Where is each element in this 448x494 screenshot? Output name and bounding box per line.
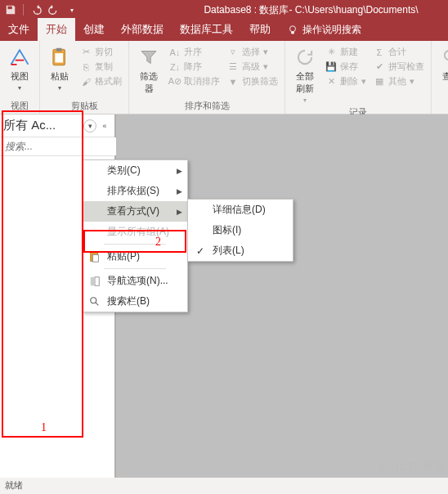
chevron-down-icon: ▾ [18, 84, 21, 92]
context-menu: 类别(C)▶ 排序依据(S)▶ 查看方式(V)▶ 显示所有组(A) 粘贴(P) … [82, 159, 188, 312]
ctx-searchbar[interactable]: 搜索栏(B) [83, 291, 187, 312]
view-icon [8, 46, 31, 69]
nav-dropdown-icon[interactable]: ▾ [83, 119, 96, 132]
quick-access-toolbar: ▾ [3, 2, 79, 17]
new-icon: ✳ [325, 47, 337, 58]
tab-help[interactable]: 帮助 [241, 18, 279, 41]
ctx-navoptions[interactable]: 导航选项(N)... [83, 271, 187, 291]
svg-rect-5 [55, 53, 63, 62]
clipboard-icon [48, 46, 71, 69]
status-bar: 就绪 [0, 478, 448, 494]
cut-button[interactable]: ✂剪切 [78, 45, 124, 59]
search-input[interactable] [0, 137, 133, 155]
sort-clear-button[interactable]: A⊘取消排序 [167, 74, 222, 88]
group-find: 查找 [432, 41, 448, 114]
ctx-paste[interactable]: 粘贴(P) [83, 246, 187, 267]
copy-icon: ⎘ [80, 61, 92, 73]
tab-file[interactable]: 文件 [0, 18, 38, 41]
toggle-filter-icon: ▼ [227, 76, 239, 88]
toggle-filter-button[interactable]: ▼切换筛选 [225, 74, 280, 88]
watermark: @51CTO博客 [377, 460, 443, 474]
tell-me[interactable]: 操作说明搜索 [279, 19, 370, 41]
refresh-icon [293, 46, 316, 69]
chevron-right-icon: ▶ [177, 187, 182, 195]
brush-icon: 🖌 [80, 76, 92, 88]
svg-rect-11 [95, 276, 99, 285]
group-clipboard: 粘贴 ▾ ✂剪切 ⎘复制 🖌格式刷 剪贴板 [40, 41, 129, 114]
ctx-icons[interactable]: 图标(I) [188, 220, 293, 240]
chevron-down-icon: ▾ [303, 97, 307, 104]
ctx-sortby[interactable]: 排序依据(S)▶ [83, 181, 187, 201]
group-sort-filter: 筛选器 A↓升序 Z↓降序 A⊘取消排序 ▿选择 ▾ ☰高级 ▾ ▼切换筛选 排… [129, 41, 285, 114]
chevron-right-icon: ▶ [177, 167, 182, 175]
new-record-button[interactable]: ✳新建 [323, 45, 369, 59]
ribbon: 视图 ▾ 视图 粘贴 ▾ ✂剪切 ⎘复制 🖌格式刷 剪贴板 筛选器 [0, 41, 448, 115]
save-record-button[interactable]: 💾保存 [323, 60, 369, 74]
redo-icon[interactable] [47, 2, 61, 17]
nav-collapse-icon[interactable]: « [98, 119, 111, 132]
svg-point-6 [445, 51, 448, 60]
funnel-icon [137, 46, 160, 69]
qat-dropdown-icon[interactable]: ▾ [65, 2, 79, 17]
annotation-label-1: 1 [41, 421, 47, 434]
ribbon-tabs: 文件 开始 创建 外部数据 数据库工具 帮助 操作说明搜索 [0, 20, 448, 41]
ctx-viewmode[interactable]: 查看方式(V)▶ [83, 201, 187, 222]
chevron-right-icon: ▶ [177, 208, 182, 216]
tab-home[interactable]: 开始 [38, 18, 75, 41]
svg-rect-10 [91, 276, 94, 285]
check-icon: ✓ [193, 245, 208, 257]
paste-button[interactable]: 粘贴 ▾ [44, 43, 75, 94]
separator [104, 268, 166, 269]
annotation-label-2: 2 [155, 236, 161, 249]
nav-options-icon [87, 276, 102, 287]
spelling-button[interactable]: ✔拼写检查 [371, 60, 427, 74]
select-icon: ▿ [227, 47, 239, 58]
group-records: 全部刷新 ▾ ✳新建 💾保存 ✕删除 ▾ Σ合计 ✔拼写检查 ▦其他 ▾ 记录 [285, 41, 432, 114]
totals-button[interactable]: Σ合计 [371, 45, 427, 59]
advanced-filter-button[interactable]: ☰高级 ▾ [225, 60, 280, 74]
search-icon [440, 46, 448, 69]
svg-rect-2 [291, 31, 294, 34]
find-button[interactable]: 查找 [436, 43, 448, 85]
sort-asc-icon: A↓ [169, 47, 181, 58]
ctx-list[interactable]: ✓列表(L) [188, 240, 293, 261]
more-icon: ▦ [374, 76, 385, 88]
tab-create[interactable]: 创建 [75, 18, 113, 41]
window-title: Database8 : 数据库- C:\Users\huang\Document… [79, 3, 445, 17]
tab-dbtools[interactable]: 数据库工具 [172, 18, 241, 41]
format-painter-button[interactable]: 🖌格式刷 [78, 74, 124, 88]
tab-external[interactable]: 外部数据 [113, 18, 172, 41]
spell-icon: ✔ [374, 61, 385, 73]
sort-asc-button[interactable]: A↓升序 [167, 45, 222, 59]
undo-icon[interactable] [29, 2, 43, 17]
svg-rect-9 [92, 254, 98, 262]
svg-point-1 [290, 25, 296, 31]
ctx-details[interactable]: 详细信息(D) [188, 200, 293, 220]
svg-point-12 [91, 297, 96, 303]
workspace: 所有 Ac... ▾ « [0, 115, 448, 478]
nav-title[interactable]: 所有 Ac... [3, 118, 82, 133]
sigma-icon: Σ [374, 47, 385, 58]
advanced-icon: ☰ [227, 61, 239, 73]
svg-rect-4 [56, 48, 62, 52]
ctx-showgroups: 显示所有组(A) [83, 222, 187, 242]
sort-desc-button[interactable]: Z↓降序 [167, 60, 222, 74]
refresh-all-button[interactable]: 全部刷新 ▾ [289, 43, 320, 106]
chevron-down-icon: ▾ [58, 84, 61, 92]
copy-button[interactable]: ⎘复制 [78, 60, 124, 74]
scissors-icon: ✂ [80, 47, 92, 58]
view-button[interactable]: 视图 ▾ [4, 43, 35, 94]
svg-rect-0 [8, 7, 12, 10]
save-icon[interactable] [3, 2, 18, 17]
save-icon: 💾 [325, 61, 337, 73]
more-button[interactable]: ▦其他 ▾ [371, 74, 427, 88]
selection-filter-button[interactable]: ▿选择 ▾ [225, 45, 280, 59]
sort-desc-icon: Z↓ [169, 61, 181, 73]
group-view: 视图 ▾ 视图 [0, 41, 40, 114]
status-text: 就绪 [5, 480, 23, 490]
ctx-category[interactable]: 类别(C)▶ [83, 160, 187, 181]
lightbulb-icon [287, 25, 298, 36]
filter-button[interactable]: 筛选器 [133, 43, 164, 97]
paste-icon [87, 251, 102, 263]
delete-record-button[interactable]: ✕删除 ▾ [323, 74, 369, 88]
